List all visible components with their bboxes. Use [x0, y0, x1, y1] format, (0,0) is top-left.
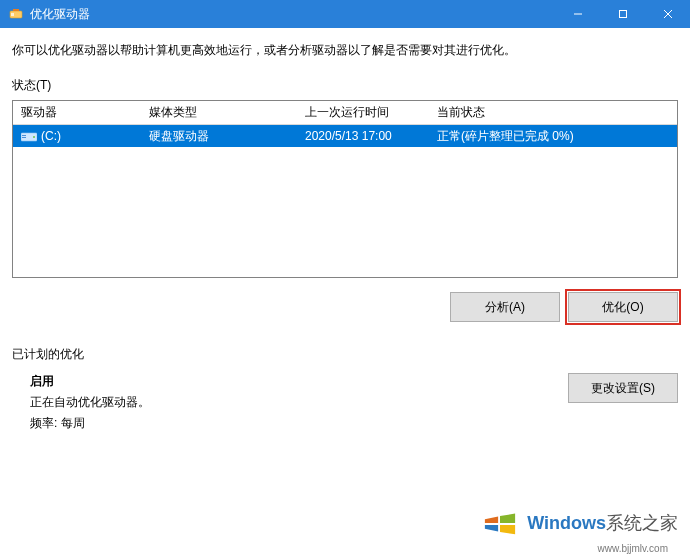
drive-table: 驱动器 媒体类型 上一次运行时间 当前状态 (C:) 硬盘驱动器 2020/5/… — [12, 100, 678, 278]
svg-rect-8 — [22, 137, 26, 138]
action-buttons: 分析(A) 优化(O) — [12, 292, 678, 322]
change-settings-button[interactable]: 更改设置(S) — [568, 373, 678, 403]
analyze-button[interactable]: 分析(A) — [450, 292, 560, 322]
window-title: 优化驱动器 — [30, 6, 555, 23]
titlebar: 优化驱动器 — [0, 0, 690, 28]
close-button[interactable] — [645, 0, 690, 28]
header-status[interactable]: 当前状态 — [429, 104, 677, 121]
app-icon — [8, 6, 24, 22]
description-text: 你可以优化驱动器以帮助计算机更高效地运行，或者分析驱动器以了解是否需要对其进行优… — [12, 42, 678, 59]
schedule-description: 正在自动优化驱动器。 — [30, 394, 568, 411]
frequency-label: 频率: — [30, 416, 57, 430]
content-area: 你可以优化驱动器以帮助计算机更高效地运行，或者分析驱动器以了解是否需要对其进行优… — [0, 28, 690, 444]
windows-logo-icon — [481, 506, 519, 540]
header-media[interactable]: 媒体类型 — [141, 104, 297, 121]
header-drive[interactable]: 驱动器 — [13, 104, 141, 121]
cell-last-run: 2020/5/13 17:00 — [297, 129, 429, 143]
schedule-info: 启用 正在自动优化驱动器。 频率: 每周 — [30, 373, 568, 436]
table-body: (C:) 硬盘驱动器 2020/5/13 17:00 正常(碎片整理已完成 0%… — [13, 125, 677, 147]
table-row[interactable]: (C:) 硬盘驱动器 2020/5/13 17:00 正常(碎片整理已完成 0%… — [13, 125, 677, 147]
scheduled-optimization-section: 已计划的优化 启用 正在自动优化驱动器。 频率: 每周 更改设置(S) — [12, 336, 678, 436]
header-last-run[interactable]: 上一次运行时间 — [297, 104, 429, 121]
cell-drive: (C:) — [13, 129, 141, 143]
watermark: Windows系统之家 — [481, 506, 678, 540]
frequency-value: 每周 — [61, 416, 85, 430]
status-section-label: 状态(T) — [12, 77, 678, 94]
cell-status: 正常(碎片整理已完成 0%) — [429, 128, 677, 145]
svg-rect-7 — [22, 135, 26, 136]
maximize-button[interactable] — [600, 0, 645, 28]
drive-icon — [21, 130, 37, 142]
watermark-url: www.bjjmlv.com — [598, 543, 668, 554]
svg-rect-3 — [619, 11, 626, 18]
schedule-section-title: 已计划的优化 — [12, 346, 678, 363]
watermark-brand: Windows — [527, 513, 606, 533]
svg-rect-1 — [11, 13, 14, 16]
schedule-status-heading: 启用 — [30, 373, 568, 390]
minimize-button[interactable] — [555, 0, 600, 28]
svg-point-9 — [33, 136, 35, 138]
optimize-button[interactable]: 优化(O) — [568, 292, 678, 322]
drive-label: (C:) — [41, 129, 61, 143]
cell-media: 硬盘驱动器 — [141, 128, 297, 145]
watermark-text: Windows系统之家 — [527, 511, 678, 535]
schedule-frequency: 频率: 每周 — [30, 415, 568, 432]
watermark-suffix: 系统之家 — [606, 513, 678, 533]
window-controls — [555, 0, 690, 28]
table-header-row: 驱动器 媒体类型 上一次运行时间 当前状态 — [13, 101, 677, 125]
